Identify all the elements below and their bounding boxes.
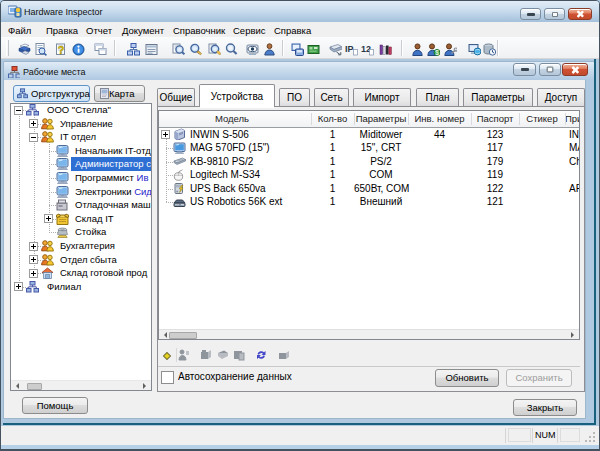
svg-text:$: $ [435,49,439,56]
svg-text:?: ? [58,44,65,56]
svg-text:IP: IP [345,44,354,54]
